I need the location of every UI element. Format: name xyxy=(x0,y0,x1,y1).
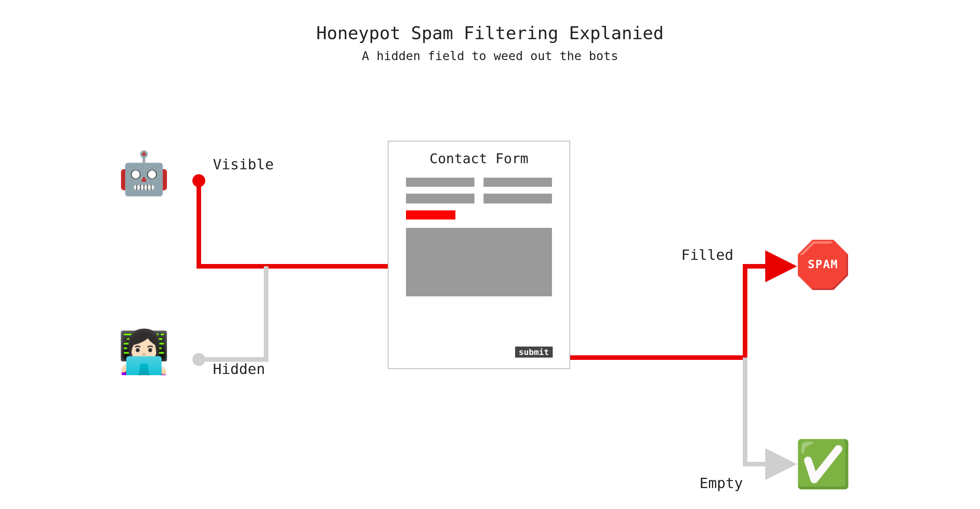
contact-form-card: Contact Form submit xyxy=(388,141,570,369)
path-filled-to-spam xyxy=(555,266,791,357)
spam-word: SPAM xyxy=(808,258,838,270)
human-icon: 👩🏻‍💻 xyxy=(118,331,170,373)
spam-icon: 🛑SPAM xyxy=(794,242,851,287)
robot-icon: 🤖 xyxy=(118,152,170,194)
empty-label: Empty xyxy=(700,475,743,491)
form-field xyxy=(406,178,474,187)
path-empty-to-ok xyxy=(745,357,791,464)
path-bot-to-form xyxy=(199,181,405,266)
visible-label: Visible xyxy=(213,156,274,173)
diagram-canvas: Honeypot Spam Filtering Explanied A hidd… xyxy=(0,0,980,509)
diagram-subtitle: A hidden field to weed out the bots xyxy=(0,49,980,63)
hidden-dot xyxy=(192,353,205,366)
diagram-title: Honeypot Spam Filtering Explanied xyxy=(0,23,980,43)
form-field xyxy=(406,194,474,204)
form-field xyxy=(484,178,552,187)
path-human-to-form xyxy=(199,266,266,359)
visible-dot xyxy=(192,174,205,187)
form-row xyxy=(388,194,570,204)
form-field xyxy=(484,194,552,204)
honeypot-field xyxy=(406,211,455,220)
form-textarea xyxy=(406,228,552,296)
filled-label: Filled xyxy=(681,247,733,263)
hidden-label: Hidden xyxy=(213,361,265,377)
contact-form-title: Contact Form xyxy=(388,151,570,166)
form-row xyxy=(388,178,570,187)
submit-button: submit xyxy=(515,346,553,357)
check-icon: ✅ xyxy=(794,441,851,487)
